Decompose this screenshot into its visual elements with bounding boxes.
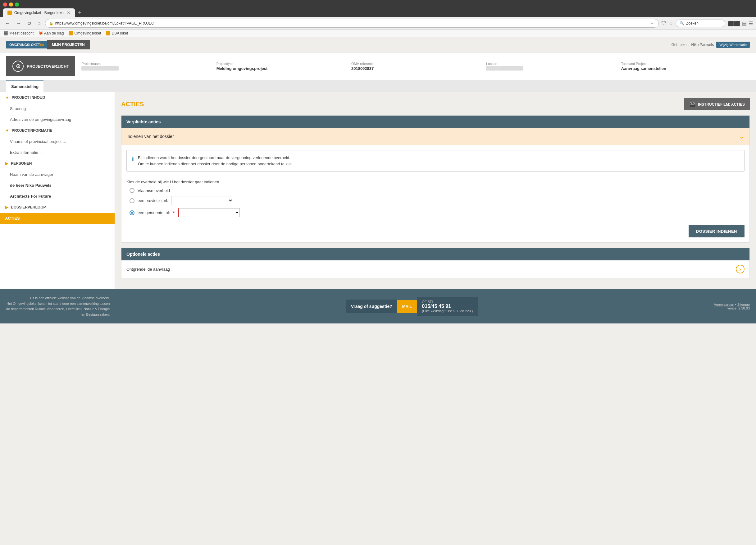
sidebar-toggle[interactable]: ▤ xyxy=(742,20,747,26)
overheid-section: Kies de overheid bij wie U het dossier g… xyxy=(121,176,749,222)
film-icon: 🎬 xyxy=(689,101,695,107)
section-label-projinfo: PROJECTINFORMATIE xyxy=(12,128,52,133)
sidebar-item-extra[interactable]: Extra informatie ... xyxy=(0,147,115,158)
address-bar[interactable]: 🔒 https://www.omgevingsloket.be/omvLoket… xyxy=(45,19,659,28)
bookmark-omgevingsloket[interactable]: Omgevingsloket xyxy=(69,31,101,35)
sidebar-section-header-project-inhoud[interactable]: ▼ PROJECT INHOUD xyxy=(0,92,115,103)
sidebar-item-acties[interactable]: ACTIES xyxy=(0,213,115,224)
tab-close-button[interactable]: ✕ xyxy=(67,10,71,15)
search-icon: 🔍 xyxy=(680,21,684,25)
bookmark-meest-bezocht[interactable]: ⚙ Meest bezocht xyxy=(4,31,34,35)
gear-favicon: ⚙ xyxy=(4,31,8,35)
sidebar-item-niko-pauwels[interactable]: de heer Niko Pauwels xyxy=(0,180,115,191)
kies-label: Kies de overheid bij wie U het dossier g… xyxy=(126,179,745,184)
info-text: Bij indienen wordt het dossier doorgestu… xyxy=(138,155,293,167)
lock-icon: 🔒 xyxy=(49,21,53,25)
menu-button[interactable]: ☰ xyxy=(749,20,753,26)
sidebar-item-situering[interactable]: Situering xyxy=(0,103,115,114)
verplichte-acties-card: Verplichte acties Indienen van het dossi… xyxy=(121,115,750,243)
project-overview-button[interactable]: ⊙ PROJECTOVERZICHT xyxy=(6,56,75,76)
search-bar[interactable]: 🔍 Zoeken xyxy=(676,20,725,27)
project-bar: ⊙ PROJECTOVERZICHT Projectnaam Projectty… xyxy=(0,52,756,80)
omv-ref-label: OMV referentie xyxy=(351,62,480,66)
sidebar-section-header-projectinfo[interactable]: ▼ PROJECTINFORMATIE xyxy=(0,125,115,136)
library-icon[interactable]: ⬛⬛ xyxy=(728,20,740,26)
chevron-down-orange-icon: ⌄ xyxy=(739,132,745,140)
tab-samenstelling[interactable]: Samenstelling xyxy=(6,80,43,92)
dossier-btn-row: DOSSIER INDIENEN xyxy=(121,222,749,242)
sidebar-section-acties: ACTIES xyxy=(0,213,115,224)
omv-ref-value: 2018092837 xyxy=(351,66,480,71)
radio-vlaamse-input[interactable] xyxy=(130,188,134,193)
sidebar-section-personen: ▶ PERSONEN Naam van de aanvrager de heer… xyxy=(0,158,115,202)
back-button[interactable]: ← xyxy=(3,20,12,27)
ontgrendel-row[interactable]: Ontgrendel de aanvraag › xyxy=(121,260,749,278)
chevron-right-icon-dossier: ▶ xyxy=(5,205,8,210)
bookmark-label-slag: Aan de slag xyxy=(44,31,64,35)
required-star: * xyxy=(173,210,175,215)
sidebar-item-architects[interactable]: Architects For Future xyxy=(0,191,115,202)
sidebar-section-header-dossierverloop[interactable]: ▶ DOSSIERVERLOOP xyxy=(0,202,115,213)
sidebar-section-dossierverloop: ▶ DOSSIERVERLOOP xyxy=(0,202,115,213)
mail-button[interactable]: MAIL xyxy=(397,300,417,313)
dots-button[interactable]: ··· xyxy=(651,20,655,26)
sidebar-item-naam-aanvrager[interactable]: Naam van de aanvrager xyxy=(0,169,115,180)
logo-text: OMGEVINGSLOKET.be xyxy=(9,43,44,47)
of-bel-text: OF BEL xyxy=(422,300,434,304)
bookmarks-bar: ⚙ Meest bezocht 🦊 Aan de slag Omgevingsl… xyxy=(0,30,756,37)
footer-line4: en Bestuurszaken. xyxy=(81,313,110,316)
sitemap-link[interactable]: Sitemap xyxy=(737,303,750,307)
omg-favicon xyxy=(69,31,73,35)
section-label-dossierverloop: DOSSIERVERLOOP xyxy=(11,205,46,209)
tel-box: OF BEL 015/45 45 91 (Elke werkdag tussen… xyxy=(417,297,478,316)
phone-number: 015/45 45 91 xyxy=(422,304,473,309)
star-button[interactable]: ☆ xyxy=(669,20,673,26)
radio-gemeente: een gemeente, nl: * xyxy=(130,208,745,217)
info-box: ℹ Bij indienen wordt het dossier doorges… xyxy=(126,150,745,171)
traffic-light-red[interactable] xyxy=(3,2,7,7)
radio-vlaamse: Vlaamse overheid xyxy=(130,188,745,193)
user-name: Niko Pauwels xyxy=(691,43,714,47)
sidebar-section-projectinformatie: ▼ PROJECTINFORMATIE Vlaams of provinciaa… xyxy=(0,125,115,158)
toestand-label: Toestand Project xyxy=(621,62,750,66)
bookmark-dba[interactable]: DBA loket xyxy=(106,31,128,35)
indienen-row[interactable]: Indienen van het dossier ⌄ xyxy=(121,128,749,145)
radio-gemeente-label: een gemeente, nl: xyxy=(138,210,170,215)
info-line2: Om te kunnen indienen dient het dossier … xyxy=(138,161,293,166)
reload-button[interactable]: ↺ xyxy=(25,20,33,27)
sidebar-item-adres[interactable]: Adres van de omgevingsaanvraag xyxy=(0,114,115,125)
forward-button[interactable]: → xyxy=(14,20,23,27)
voorwaarden-link[interactable]: Voorwaarden xyxy=(714,303,734,307)
url-text: https://www.omgevingsloket.be/omvLoket/#… xyxy=(55,21,649,25)
acties-title: ACTIES xyxy=(121,101,144,108)
browser-toolbar: ← → ↺ ⌂ 🔒 https://www.omgevingsloket.be/… xyxy=(0,17,756,30)
active-tab[interactable]: Omgevingsloket - Burger loket ✕ xyxy=(3,8,75,17)
footer-center: Vraag of suggestie? MAIL OF BEL 015/45 4… xyxy=(346,297,478,316)
hours-text: (Elke werkdag tussen 06 en 22u.) xyxy=(422,309,473,313)
home-button[interactable]: ⌂ xyxy=(36,20,43,27)
traffic-light-green[interactable] xyxy=(15,2,19,7)
traffic-light-yellow[interactable] xyxy=(9,2,13,7)
radio-provincie-label: een provincie, nl: xyxy=(138,198,168,203)
my-projects-button[interactable]: MIJN PROJECTEN xyxy=(47,40,89,49)
radio-group: Vlaamse overheid een provincie, nl: xyxy=(126,188,745,217)
project-type-field: Projecttype Melding omgevingsproject xyxy=(216,62,345,71)
provincie-select[interactable] xyxy=(171,196,233,205)
shield-button[interactable]: 🛡 xyxy=(661,20,666,26)
radio-gemeente-input[interactable] xyxy=(130,210,134,215)
bookmark-aan-de-slag[interactable]: 🦊 Aan de slag xyxy=(39,31,64,35)
gemeente-select[interactable] xyxy=(178,208,240,217)
vraag-label: Vraag of suggestie? xyxy=(351,304,392,309)
dossier-indienen-button[interactable]: DOSSIER INDIENEN xyxy=(689,225,745,237)
footer-line2: Het Omgevingsloket kwam tot stand door e… xyxy=(7,302,110,306)
sidebar-item-vlaams[interactable]: Vlaams of provinciaal project ... xyxy=(0,136,115,147)
wijzig-werkrelatie-button[interactable]: Wijzig Werkrelatie xyxy=(716,42,750,48)
radio-provincie-input[interactable] xyxy=(130,198,134,203)
instructiefilm-button[interactable]: 🎬 INSTRUCTIEFILM: ACTIES xyxy=(684,98,750,110)
bookmark-label-dba: DBA loket xyxy=(112,31,128,35)
overview-label: PROJECTOVERZICHT xyxy=(27,64,69,69)
new-tab-button[interactable]: + xyxy=(75,9,84,16)
sidebar-section-header-personen[interactable]: ▶ PERSONEN xyxy=(0,158,115,169)
locatie-field: Locatie xyxy=(486,62,615,70)
verplichte-acties-header: Verplichte acties xyxy=(121,116,749,128)
